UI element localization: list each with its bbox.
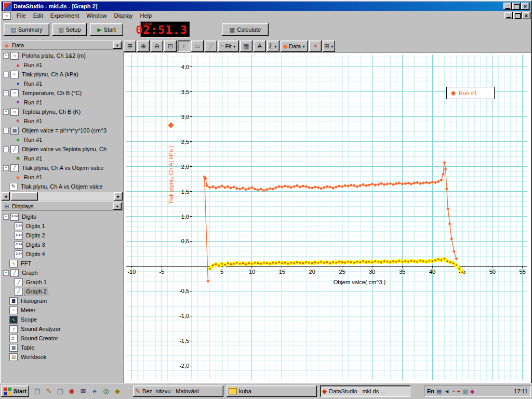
run-label[interactable]: Run #1: [23, 98, 43, 107]
mdi-close-button[interactable]: ×: [522, 12, 530, 19]
tool-settings-menu[interactable]: ⊞▼: [323, 41, 335, 52]
menu-experiment[interactable]: Experiment: [47, 11, 83, 20]
display-child-item[interactable]: 3.14Digits 4: [1, 249, 123, 259]
display-item-label[interactable]: FFT: [20, 259, 32, 268]
taskbar-task-datastudio[interactable]: ◆DataStudio - mkl.ds ...: [320, 385, 410, 397]
data-item-label[interactable]: Tlak plynu, Ch A vs Objem valce: [20, 182, 104, 191]
setup-button[interactable]: ▨ Setup: [52, 23, 87, 36]
display-child-label[interactable]: Digits 3: [25, 240, 46, 249]
run-item[interactable]: ▼Run #1: [1, 98, 123, 107]
display-item[interactable]: ∿FFT: [1, 259, 123, 268]
mdi-minimize-button[interactable]: [504, 12, 513, 19]
menu-window[interactable]: Window: [83, 11, 110, 20]
scroll-thumb[interactable]: [11, 192, 38, 201]
data-item[interactable]: -≈Tlak plynu, Ch A (kPa): [1, 70, 123, 79]
taskbar-task-folder[interactable]: kuba: [227, 385, 317, 397]
collapse-toggle[interactable]: -: [3, 165, 9, 171]
restore-button[interactable]: [512, 3, 521, 10]
show-desktop-icon[interactable]: ▤: [32, 386, 43, 396]
tool-zoom-in[interactable]: ⊕: [137, 41, 150, 52]
collapse-toggle[interactable]: -: [3, 72, 9, 77]
tool-scale-to-fit[interactable]: ⊞: [124, 41, 136, 52]
run-label[interactable]: Run #1: [23, 60, 43, 70]
display-child-item[interactable]: 3.14Digits 3: [1, 240, 123, 249]
menu-display[interactable]: Display: [110, 11, 136, 20]
display-child-label[interactable]: Digits 4: [25, 249, 46, 259]
run-item[interactable]: ×Run #1: [1, 154, 123, 163]
scroll-left-icon[interactable]: ◄: [2, 192, 10, 201]
calculate-button[interactable]: ▦ Calculate: [222, 23, 269, 36]
menu-help[interactable]: Help: [137, 11, 156, 20]
display-item-label[interactable]: Workbook: [20, 352, 47, 362]
start-menu-button[interactable]: Start: [1, 385, 29, 397]
run-label[interactable]: Run #1: [23, 79, 43, 88]
display-item[interactable]: ◔Meter: [1, 305, 123, 315]
start-button[interactable]: ▶ Start: [90, 23, 123, 36]
clock[interactable]: 17:11: [514, 388, 528, 394]
collapse-toggle[interactable]: -: [3, 147, 9, 152]
run-item[interactable]: ▲Run #1: [1, 60, 123, 70]
display-item[interactable]: ▦Table: [1, 343, 123, 352]
display-item[interactable]: ▤Workbook: [1, 352, 123, 362]
displays-panel-dropdown-icon[interactable]: ▼: [113, 203, 122, 210]
data-item[interactable]: -≈Temperature, Ch B (°C): [1, 88, 123, 98]
scheduler-icon[interactable]: ◔: [451, 388, 455, 395]
data-panel-dropdown-icon[interactable]: ▼: [113, 42, 122, 49]
keyboard-icon[interactable]: ▦: [436, 388, 442, 395]
keyboard-layout-indicator[interactable]: En: [427, 388, 434, 394]
display-child-label[interactable]: Digits 1: [25, 221, 46, 231]
displays-panel-header[interactable]: ⊞ Displays ▼: [2, 202, 123, 211]
run-item[interactable]: ●Run #1: [1, 79, 123, 88]
collapse-toggle[interactable]: -: [3, 109, 9, 115]
run-label[interactable]: Run #1: [23, 154, 43, 163]
collapse-toggle[interactable]: -: [3, 90, 9, 96]
data-item-label[interactable]: Tlak plynu, Ch A vs Objem valce: [21, 163, 105, 172]
media-player-icon[interactable]: ◉: [66, 386, 77, 396]
display-child-label[interactable]: Graph 1: [25, 277, 48, 287]
mail-icon[interactable]: ✉: [78, 386, 88, 396]
tool-zoom-select[interactable]: ⊡: [164, 41, 177, 52]
collapse-toggle[interactable]: -: [3, 214, 9, 220]
tool-calculator-tool[interactable]: ▦: [240, 41, 252, 52]
tool-statistics-menu[interactable]: Σ▼: [267, 41, 280, 52]
display-item-label[interactable]: Histogram: [20, 296, 48, 305]
display-item-label[interactable]: Meter: [20, 305, 36, 315]
tool-note-tool[interactable]: ▭: [191, 41, 204, 52]
run-label[interactable]: Run #1: [23, 116, 43, 126]
display-item-label[interactable]: Digits: [21, 212, 37, 221]
display-child-item[interactable]: ╱Graph 2: [1, 287, 123, 296]
display-item-label[interactable]: Graph: [21, 268, 39, 277]
tool-fit-menu[interactable]: ≈Fit▼: [218, 41, 239, 52]
graph-plot[interactable]: -10-55101520253035404550554,03,53,02,52,…: [123, 52, 531, 383]
cd-player-icon[interactable]: ◎: [101, 386, 111, 396]
graph-legend[interactable]: Run #1: [446, 87, 495, 99]
display-item-label[interactable]: Sound Creator: [20, 334, 59, 343]
tool-smart-tool[interactable]: +: [178, 41, 190, 52]
money-icon[interactable]: ◆: [112, 386, 123, 396]
display-settings-icon[interactable]: ▧: [462, 388, 468, 395]
collapse-toggle[interactable]: -: [3, 270, 9, 276]
data-item-label[interactable]: Tlak plynu, Ch A (kPa): [21, 70, 79, 79]
close-button[interactable]: ×: [521, 3, 529, 10]
display-item[interactable]: ♬Sound Creator: [1, 334, 123, 343]
data-item[interactable]: -╱Objem valce vs Teplota plynu, Ch: [1, 144, 123, 154]
data-item[interactable]: ✎Tlak plynu, Ch A vs Objem valce: [1, 182, 123, 191]
tool-data-menu[interactable]: ◆Data▼: [281, 41, 308, 52]
y-axis-title[interactable]: Tlak plynu, Ch A( kPa ): [168, 146, 174, 205]
tool-zoom-out[interactable]: ⊖: [151, 41, 163, 52]
data-item[interactable]: -▦Objem valce = pi*r*r*y*100 (cm^3: [1, 126, 123, 135]
display-item[interactable]: ∿Scope: [1, 315, 123, 324]
display-item[interactable]: -╱Graph: [1, 268, 123, 277]
data-item[interactable]: -≈Teplota plynu, Ch B (K): [1, 107, 123, 116]
run-label[interactable]: Run #1: [23, 135, 43, 144]
menu-edit[interactable]: Edit: [30, 11, 47, 20]
titlebar[interactable]: DataStudio - mkl.ds - [Graph 2] ×: [2, 2, 530, 11]
data-item[interactable]: -╱Tlak plynu, Ch A vs Objem valce: [1, 163, 123, 172]
display-item[interactable]: ▆Histogram: [1, 296, 123, 305]
collapse-toggle[interactable]: -: [3, 128, 9, 134]
display-child-item[interactable]: 3.14Digits 2: [1, 231, 123, 240]
notepad-icon[interactable]: ✎: [44, 386, 54, 396]
display-item-label[interactable]: Scope: [20, 315, 38, 324]
data-panel-header[interactable]: ◆ Data ▼: [2, 41, 123, 50]
data-item-label[interactable]: Poloha pistu, Ch 1&2 (m): [21, 51, 87, 60]
